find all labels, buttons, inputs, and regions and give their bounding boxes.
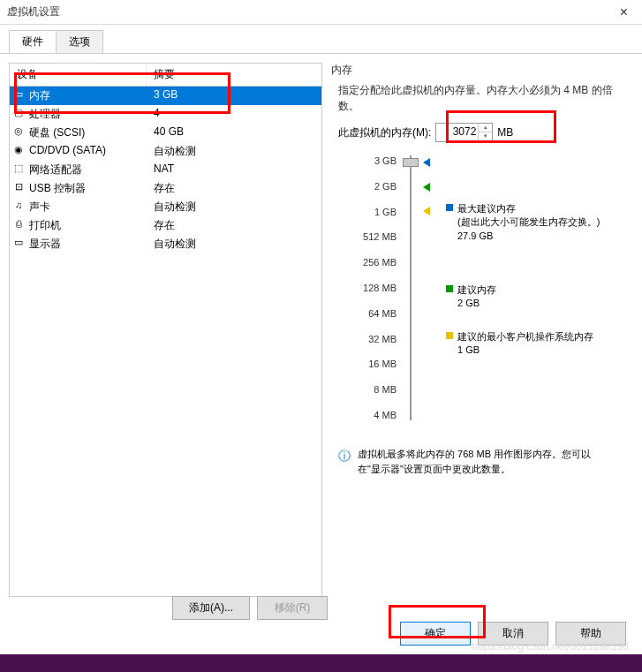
spinner-buttons: ▲ ▼ (478, 124, 492, 141)
min-value: 1 GB (457, 344, 593, 357)
device-value: 存在 (147, 181, 321, 196)
info-note: ⓘ 虚拟机最多将此内存的 768 MB 用作图形内存。您可以在"显示器"设置页面… (331, 447, 614, 476)
marker-min-text: 建议的最小客户机操作系统内存 1 GB (457, 330, 593, 358)
slider-tick: 64 MB (358, 308, 397, 319)
device-name: 处理器 (27, 107, 147, 122)
device-value: 自动检测 (147, 200, 321, 215)
memory-field-label: 此虚拟机的内存(M): (338, 125, 431, 140)
add-button[interactable]: 添加(A)... (172, 596, 250, 620)
triangle-green-icon (423, 183, 430, 192)
content-area: 设备 摘要 ▭内存3 GB▢处理器4◎硬盘 (SCSI)40 GB◉CD/DVD… (0, 54, 642, 606)
list-item[interactable]: ◉CD/DVD (SATA)自动检测 (10, 142, 321, 161)
watermark: https://blog.csdn.net/u013288190 (472, 640, 629, 653)
memory-group-label: 内存 (331, 63, 614, 78)
triangle-blue-icon (423, 158, 430, 167)
device-list: ▭内存3 GB▢处理器4◎硬盘 (SCSI)40 GB◉CD/DVD (SATA… (10, 87, 321, 253)
list-item[interactable]: ⊡USB 控制器存在 (10, 179, 321, 198)
device-value: 40 GB (147, 125, 321, 140)
memory-unit: MB (497, 126, 513, 139)
square-yellow-icon (446, 332, 453, 339)
list-item[interactable]: ⎙打印机存在 (10, 216, 321, 235)
memory-value: 3072 (453, 125, 477, 138)
max-label: 最大建议内存 (457, 202, 600, 215)
list-header: 设备 摘要 (10, 64, 321, 87)
marker-max-text: 最大建议内存 (超出此大小可能发生内存交换。) 27.9 GB (457, 202, 600, 243)
marker-tri-blue (423, 157, 430, 167)
device-icon: ▭ (10, 88, 27, 103)
list-item[interactable]: ▭显示器自动检测 (10, 235, 321, 253)
close-icon[interactable]: × (613, 4, 635, 20)
slider-tick: 128 MB (358, 283, 397, 293)
rec-label: 建议内存 (457, 283, 496, 297)
list-item[interactable]: ♫声卡自动检测 (10, 198, 321, 216)
device-icon: ⬚ (10, 162, 27, 177)
remove-button: 移除(R) (257, 596, 328, 620)
device-value: 4 (147, 107, 321, 122)
device-icon: ▭ (10, 237, 27, 252)
list-item[interactable]: ◎硬盘 (SCSI)40 GB (10, 124, 321, 142)
spin-up-icon[interactable]: ▲ (479, 124, 492, 132)
list-action-buttons: 添加(A)... 移除(R) (172, 596, 328, 620)
marker-rec-text: 建议内存 2 GB (457, 283, 496, 311)
device-name: 显示器 (27, 237, 147, 252)
slider-markers: 最大建议内存 (超出此大小可能发生内存交换。) 27.9 GB 建议内存 2 G… (419, 155, 614, 420)
footer-strip (0, 654, 642, 672)
device-name: CD/DVD (SATA) (27, 144, 147, 159)
info-icon: ⓘ (338, 447, 351, 476)
device-value: 存在 (147, 218, 321, 233)
min-label: 建议的最小客户机操作系统内存 (457, 330, 593, 344)
device-icon: ♫ (10, 200, 27, 215)
tab-bar: 硬件 选项 (0, 25, 642, 54)
device-value: 自动检测 (147, 144, 321, 159)
square-green-icon (446, 285, 453, 292)
marker-min: 建议的最小客户机操作系统内存 1 GB (446, 330, 593, 358)
memory-description: 指定分配给此虚拟机的内存量。内存大小必须为 4 MB 的倍数。 (331, 82, 614, 114)
device-name: 硬盘 (SCSI) (27, 125, 147, 140)
tab-options[interactable]: 选项 (56, 30, 103, 53)
triangle-yellow-icon (423, 207, 430, 215)
device-list-panel: 设备 摘要 ▭内存3 GB▢处理器4◎硬盘 (SCSI)40 GB◉CD/DVD… (9, 63, 322, 597)
memory-input-row: 此虚拟机的内存(M): 3072 ▲ ▼ MB (331, 123, 614, 142)
slider-tick: 3 GB (358, 155, 397, 166)
slider-tick: 256 MB (358, 257, 397, 268)
marker-rec: 建议内存 2 GB (446, 283, 496, 311)
list-item[interactable]: ⬚网络适配器NAT (10, 161, 321, 179)
max-value: 27.9 GB (457, 230, 600, 243)
device-value: 自动检测 (147, 237, 321, 252)
square-blue-icon (446, 204, 453, 211)
device-value: NAT (147, 162, 321, 177)
device-icon: ⎙ (10, 218, 27, 233)
slider-thumb[interactable] (403, 158, 419, 167)
device-name: 声卡 (27, 200, 147, 215)
device-icon: ⊡ (10, 181, 27, 196)
device-icon: ◉ (10, 144, 27, 159)
slider-tick: 512 MB (358, 231, 397, 242)
slider-tick: 32 MB (358, 334, 397, 344)
settings-panel: 内存 指定分配给此虚拟机的内存量。内存大小必须为 4 MB 的倍数。 此虚拟机的… (331, 63, 614, 597)
slider-tick: 4 MB (358, 410, 397, 420)
col-header-device[interactable]: 设备 (10, 64, 147, 86)
spin-down-icon[interactable]: ▼ (479, 132, 492, 141)
slider-track[interactable] (402, 155, 419, 420)
info-note-text: 虚拟机最多将此内存的 768 MB 用作图形内存。您可以在"显示器"设置页面中更… (358, 447, 607, 476)
max-note: (超出此大小可能发生内存交换。) (457, 215, 600, 229)
memory-spinner[interactable]: 3072 ▲ ▼ (435, 123, 493, 142)
slider-tick: 2 GB (358, 181, 397, 192)
col-header-summary[interactable]: 摘要 (147, 64, 321, 86)
rec-value: 2 GB (457, 297, 496, 310)
ok-button[interactable]: 确定 (400, 622, 471, 646)
memory-slider-area: 3 GB2 GB1 GB512 MB256 MB128 MB64 MB32 MB… (331, 155, 614, 420)
marker-max: 最大建议内存 (超出此大小可能发生内存交换。) 27.9 GB (446, 202, 600, 243)
tab-hardware[interactable]: 硬件 (9, 30, 57, 53)
list-item[interactable]: ▢处理器4 (10, 105, 321, 124)
marker-tri-green (423, 182, 430, 192)
titlebar: 虚拟机设置 × (0, 0, 642, 25)
device-name: USB 控制器 (27, 181, 147, 196)
slider-tick: 8 MB (358, 384, 397, 395)
slider-tick: 1 GB (358, 207, 397, 217)
device-value: 3 GB (147, 88, 321, 103)
device-icon: ▢ (10, 107, 27, 122)
slider-tick: 16 MB (358, 359, 397, 369)
list-item[interactable]: ▭内存3 GB (10, 87, 321, 105)
device-name: 内存 (27, 88, 147, 103)
